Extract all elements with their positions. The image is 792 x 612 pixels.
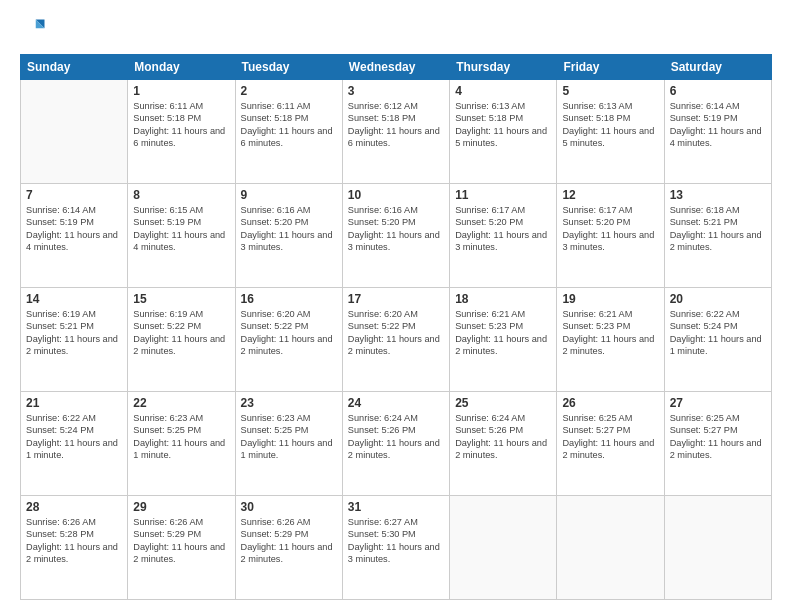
day-number: 16 — [241, 292, 337, 306]
cell-daylight: Daylight: 11 hours and 1 minute. — [133, 438, 225, 460]
calendar-cell: 15Sunrise: 6:19 AMSunset: 5:22 PMDayligh… — [128, 288, 235, 392]
calendar-cell: 22Sunrise: 6:23 AMSunset: 5:25 PMDayligh… — [128, 392, 235, 496]
cell-sunrise: Sunrise: 6:26 AM — [133, 517, 203, 527]
cell-sunrise: Sunrise: 6:19 AM — [26, 309, 96, 319]
calendar-header-thursday: Thursday — [450, 55, 557, 80]
cell-sunrise: Sunrise: 6:13 AM — [562, 101, 632, 111]
calendar-cell — [450, 496, 557, 600]
cell-sunrise: Sunrise: 6:12 AM — [348, 101, 418, 111]
calendar-week-row: 28Sunrise: 6:26 AMSunset: 5:28 PMDayligh… — [21, 496, 772, 600]
calendar-cell: 28Sunrise: 6:26 AMSunset: 5:28 PMDayligh… — [21, 496, 128, 600]
day-number: 10 — [348, 188, 444, 202]
day-number: 13 — [670, 188, 766, 202]
calendar-cell — [557, 496, 664, 600]
calendar-header-row: SundayMondayTuesdayWednesdayThursdayFrid… — [21, 55, 772, 80]
calendar-cell: 27Sunrise: 6:25 AMSunset: 5:27 PMDayligh… — [664, 392, 771, 496]
cell-sunrise: Sunrise: 6:17 AM — [562, 205, 632, 215]
calendar-cell: 4Sunrise: 6:13 AMSunset: 5:18 PMDaylight… — [450, 80, 557, 184]
cell-sunset: Sunset: 5:18 PM — [241, 113, 309, 123]
cell-sunset: Sunset: 5:19 PM — [26, 217, 94, 227]
cell-sunset: Sunset: 5:29 PM — [133, 529, 201, 539]
cell-sunrise: Sunrise: 6:23 AM — [241, 413, 311, 423]
day-number: 26 — [562, 396, 658, 410]
day-number: 11 — [455, 188, 551, 202]
cell-sunset: Sunset: 5:30 PM — [348, 529, 416, 539]
cell-sunrise: Sunrise: 6:14 AM — [670, 101, 740, 111]
calendar-cell: 21Sunrise: 6:22 AMSunset: 5:24 PMDayligh… — [21, 392, 128, 496]
calendar-cell: 11Sunrise: 6:17 AMSunset: 5:20 PMDayligh… — [450, 184, 557, 288]
cell-daylight: Daylight: 11 hours and 2 minutes. — [133, 542, 225, 564]
cell-sunset: Sunset: 5:22 PM — [348, 321, 416, 331]
calendar-cell: 25Sunrise: 6:24 AMSunset: 5:26 PMDayligh… — [450, 392, 557, 496]
cell-sunset: Sunset: 5:27 PM — [562, 425, 630, 435]
calendar-week-row: 7Sunrise: 6:14 AMSunset: 5:19 PMDaylight… — [21, 184, 772, 288]
cell-sunrise: Sunrise: 6:19 AM — [133, 309, 203, 319]
day-number: 15 — [133, 292, 229, 306]
calendar-header-saturday: Saturday — [664, 55, 771, 80]
cell-sunrise: Sunrise: 6:15 AM — [133, 205, 203, 215]
calendar-cell: 6Sunrise: 6:14 AMSunset: 5:19 PMDaylight… — [664, 80, 771, 184]
calendar-week-row: 14Sunrise: 6:19 AMSunset: 5:21 PMDayligh… — [21, 288, 772, 392]
cell-sunrise: Sunrise: 6:24 AM — [455, 413, 525, 423]
calendar-cell: 29Sunrise: 6:26 AMSunset: 5:29 PMDayligh… — [128, 496, 235, 600]
cell-sunrise: Sunrise: 6:20 AM — [348, 309, 418, 319]
calendar-cell: 26Sunrise: 6:25 AMSunset: 5:27 PMDayligh… — [557, 392, 664, 496]
cell-sunset: Sunset: 5:22 PM — [133, 321, 201, 331]
cell-sunrise: Sunrise: 6:17 AM — [455, 205, 525, 215]
cell-daylight: Daylight: 11 hours and 3 minutes. — [455, 230, 547, 252]
calendar-cell: 9Sunrise: 6:16 AMSunset: 5:20 PMDaylight… — [235, 184, 342, 288]
day-number: 8 — [133, 188, 229, 202]
cell-sunrise: Sunrise: 6:22 AM — [670, 309, 740, 319]
cell-daylight: Daylight: 11 hours and 2 minutes. — [133, 334, 225, 356]
calendar-cell: 8Sunrise: 6:15 AMSunset: 5:19 PMDaylight… — [128, 184, 235, 288]
cell-sunrise: Sunrise: 6:27 AM — [348, 517, 418, 527]
calendar-cell — [21, 80, 128, 184]
cell-sunset: Sunset: 5:18 PM — [455, 113, 523, 123]
cell-daylight: Daylight: 11 hours and 2 minutes. — [670, 230, 762, 252]
cell-daylight: Daylight: 11 hours and 2 minutes. — [26, 334, 118, 356]
cell-sunrise: Sunrise: 6:20 AM — [241, 309, 311, 319]
calendar-cell: 30Sunrise: 6:26 AMSunset: 5:29 PMDayligh… — [235, 496, 342, 600]
calendar-header-sunday: Sunday — [21, 55, 128, 80]
cell-sunrise: Sunrise: 6:23 AM — [133, 413, 203, 423]
day-number: 17 — [348, 292, 444, 306]
day-number: 22 — [133, 396, 229, 410]
cell-sunrise: Sunrise: 6:18 AM — [670, 205, 740, 215]
cell-daylight: Daylight: 11 hours and 3 minutes. — [348, 542, 440, 564]
cell-sunrise: Sunrise: 6:26 AM — [26, 517, 96, 527]
day-number: 6 — [670, 84, 766, 98]
cell-sunset: Sunset: 5:22 PM — [241, 321, 309, 331]
cell-sunset: Sunset: 5:18 PM — [133, 113, 201, 123]
cell-daylight: Daylight: 11 hours and 2 minutes. — [348, 334, 440, 356]
cell-sunset: Sunset: 5:20 PM — [562, 217, 630, 227]
cell-sunrise: Sunrise: 6:25 AM — [670, 413, 740, 423]
day-number: 14 — [26, 292, 122, 306]
calendar-header-friday: Friday — [557, 55, 664, 80]
calendar-header-wednesday: Wednesday — [342, 55, 449, 80]
day-number: 3 — [348, 84, 444, 98]
cell-sunset: Sunset: 5:18 PM — [562, 113, 630, 123]
calendar-cell: 7Sunrise: 6:14 AMSunset: 5:19 PMDaylight… — [21, 184, 128, 288]
cell-sunset: Sunset: 5:25 PM — [133, 425, 201, 435]
cell-daylight: Daylight: 11 hours and 2 minutes. — [241, 542, 333, 564]
calendar-week-row: 21Sunrise: 6:22 AMSunset: 5:24 PMDayligh… — [21, 392, 772, 496]
day-number: 1 — [133, 84, 229, 98]
calendar-header-tuesday: Tuesday — [235, 55, 342, 80]
cell-daylight: Daylight: 11 hours and 3 minutes. — [348, 230, 440, 252]
page: SundayMondayTuesdayWednesdayThursdayFrid… — [0, 0, 792, 612]
day-number: 30 — [241, 500, 337, 514]
cell-sunrise: Sunrise: 6:21 AM — [455, 309, 525, 319]
cell-daylight: Daylight: 11 hours and 6 minutes. — [133, 126, 225, 148]
day-number: 21 — [26, 396, 122, 410]
cell-sunset: Sunset: 5:20 PM — [241, 217, 309, 227]
calendar-cell: 13Sunrise: 6:18 AMSunset: 5:21 PMDayligh… — [664, 184, 771, 288]
cell-daylight: Daylight: 11 hours and 6 minutes. — [241, 126, 333, 148]
cell-sunset: Sunset: 5:21 PM — [26, 321, 94, 331]
calendar-cell: 1Sunrise: 6:11 AMSunset: 5:18 PMDaylight… — [128, 80, 235, 184]
calendar-cell: 23Sunrise: 6:23 AMSunset: 5:25 PMDayligh… — [235, 392, 342, 496]
day-number: 31 — [348, 500, 444, 514]
cell-sunset: Sunset: 5:24 PM — [670, 321, 738, 331]
day-number: 25 — [455, 396, 551, 410]
cell-sunrise: Sunrise: 6:13 AM — [455, 101, 525, 111]
cell-daylight: Daylight: 11 hours and 1 minute. — [241, 438, 333, 460]
